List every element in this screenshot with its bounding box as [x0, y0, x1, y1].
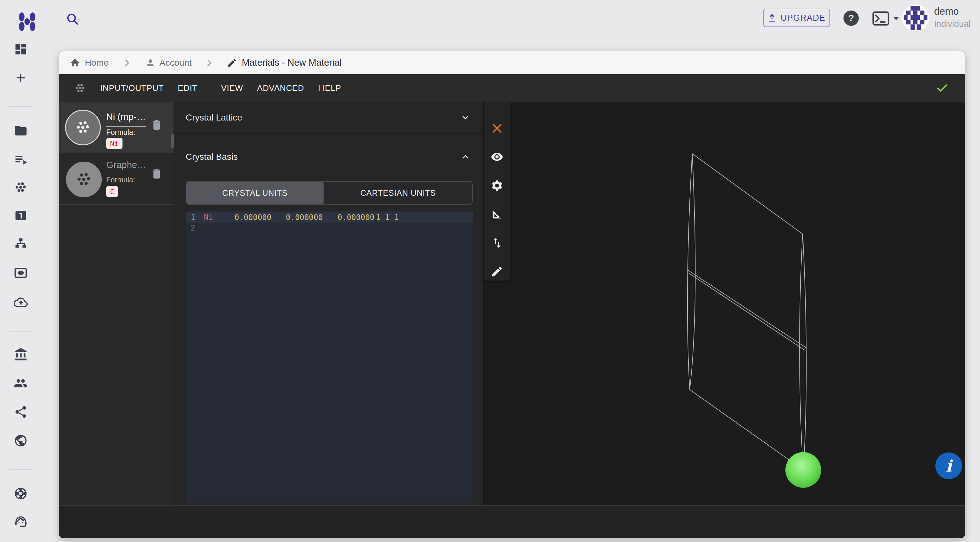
- jobs-list-icon[interactable]: [14, 152, 28, 166]
- breadcrumb: Home Account Materials - New Material: [59, 51, 965, 74]
- tab-cartesian-units-label: CARTESIAN UNITS: [361, 189, 436, 198]
- line-number: 1: [188, 213, 195, 222]
- token-z: 0.000000: [337, 213, 374, 222]
- menu-edit[interactable]: EDIT: [178, 83, 197, 93]
- material-item-selected[interactable]: Ni (mp-… Formula: Ni: [59, 102, 173, 153]
- card-footer: [59, 506, 965, 538]
- material-cluster-icon: [74, 82, 86, 94]
- settings-icon[interactable]: [491, 179, 503, 192]
- panel-scrollbar[interactable]: [171, 134, 174, 148]
- user-plan: Individual: [934, 19, 970, 29]
- upload-icon: [768, 13, 776, 23]
- materials-icon[interactable]: [14, 181, 28, 195]
- main-card: Home Account Materials - New Material IN…: [59, 51, 965, 538]
- material-thumbnail: [65, 110, 101, 146]
- chevron-down-icon: [461, 113, 470, 122]
- dashboard-icon[interactable]: [14, 42, 28, 56]
- content-row: Ni (mp-… Formula: Ni Graphe… Formula: C: [59, 102, 965, 506]
- basis-code-editor[interactable]: 1 Ni 0.000000 0.000000 0.000000 1 1 1 2: [186, 211, 473, 503]
- lattice-wireframe: [484, 102, 965, 506]
- save-check-icon[interactable]: [935, 82, 948, 95]
- web-icon[interactable]: [14, 434, 28, 448]
- editor-line: 2: [186, 222, 473, 233]
- sidebar-divider: [9, 469, 33, 470]
- sidebar-divider: [9, 106, 33, 107]
- files-icon[interactable]: [14, 124, 28, 138]
- help-glyph: ?: [848, 13, 854, 24]
- material-name[interactable]: Graphe…: [106, 160, 146, 170]
- material-item[interactable]: Graphe… Formula: C: [59, 153, 173, 205]
- editor-menu-bar: INPUT/OUTPUT EDIT VIEW ADVANCED HELP: [59, 74, 965, 102]
- unit-one-icon[interactable]: [14, 209, 28, 222]
- measure-icon[interactable]: [491, 208, 503, 220]
- delete-material-icon[interactable]: [150, 119, 163, 132]
- menu-advanced[interactable]: ADVANCED: [257, 83, 304, 93]
- edit-pencil-icon[interactable]: [491, 265, 503, 278]
- formula-chip: C: [106, 186, 118, 197]
- material-thumbnail: [66, 162, 102, 197]
- chevron-right-icon: [206, 59, 213, 67]
- units-tab-group: CRYSTAL UNITS CARTESIAN UNITS: [186, 181, 473, 205]
- crystal-lattice-title: Crystal Lattice: [186, 113, 242, 123]
- materials-panel: Ni (mp-… Formula: Ni Graphe… Formula: C: [59, 102, 174, 506]
- search-icon[interactable]: [66, 12, 80, 26]
- top-bar: UPGRADE ? demo Individual: [0, 0, 980, 36]
- material-name-input[interactable]: Ni (mp-…: [106, 112, 146, 127]
- viewer-toolbar: [484, 102, 511, 281]
- workflows-icon[interactable]: [14, 236, 28, 250]
- visibility-icon[interactable]: [491, 151, 503, 163]
- sidebar-divider: [9, 331, 33, 331]
- formula-label: Formula:: [106, 176, 135, 184]
- token-x: 0.000000: [234, 213, 272, 222]
- cloud-upload-icon[interactable]: [14, 295, 28, 309]
- tab-cartesian-units[interactable]: CARTESIAN UNITS: [323, 182, 472, 204]
- chevron-right-icon: [124, 59, 130, 67]
- formula-chip: Ni: [106, 138, 123, 149]
- crystal-basis-accordion[interactable]: Crystal Basis: [174, 135, 483, 179]
- edit-pencil-icon: [227, 58, 237, 68]
- token-y: 0.000000: [286, 213, 323, 222]
- console-menu-button[interactable]: [872, 11, 900, 26]
- token-constraints: 1 1 1: [376, 213, 399, 222]
- organization-icon[interactable]: [14, 347, 28, 361]
- line-number: 2: [188, 223, 195, 233]
- home-icon[interactable]: [70, 57, 80, 68]
- delete-material-icon[interactable]: [150, 167, 163, 180]
- account-icon: [145, 58, 155, 68]
- upgrade-button[interactable]: UPGRADE: [763, 9, 830, 27]
- crystal-basis-title: Crystal Basis: [186, 152, 238, 162]
- menu-help[interactable]: HELP: [319, 83, 341, 93]
- info-button[interactable]: i: [935, 452, 962, 479]
- menu-view[interactable]: VIEW: [221, 83, 243, 93]
- user-name[interactable]: demo: [934, 6, 959, 17]
- formula-label: Formula:: [106, 128, 135, 137]
- viewer-panel[interactable]: i: [483, 102, 965, 506]
- token-element: Ni: [204, 213, 213, 222]
- share-icon[interactable]: [14, 405, 28, 419]
- breadcrumb-home[interactable]: Home: [85, 58, 109, 68]
- create-new-icon[interactable]: [14, 71, 28, 85]
- close-icon[interactable]: [491, 122, 503, 135]
- editor-line: 1 Ni 0.000000 0.000000 0.000000 1 1 1: [186, 212, 473, 222]
- swap-axes-icon[interactable]: [491, 236, 503, 249]
- chevron-up-icon: [461, 152, 470, 162]
- tab-crystal-units-label: CRYSTAL UNITS: [222, 189, 288, 198]
- media-icon[interactable]: [14, 266, 28, 280]
- tab-crystal-units[interactable]: CRYSTAL UNITS: [186, 182, 323, 204]
- crystal-lattice-accordion[interactable]: Crystal Lattice: [174, 102, 483, 134]
- menu-input-output[interactable]: INPUT/OUTPUT: [100, 83, 164, 93]
- user-avatar[interactable]: [902, 5, 929, 31]
- help-button[interactable]: ?: [843, 11, 859, 26]
- contact-agent-icon[interactable]: [14, 515, 28, 529]
- breadcrumb-current: Materials - New Material: [242, 57, 342, 68]
- app-logo-icon[interactable]: [17, 12, 38, 31]
- atom-sphere-ni[interactable]: [785, 452, 821, 488]
- info-glyph: i: [946, 456, 952, 475]
- breadcrumb-account[interactable]: Account: [159, 58, 192, 68]
- source-panel: Crystal Lattice Crystal Basis CRYSTAL UN…: [174, 102, 483, 506]
- people-icon[interactable]: [14, 376, 28, 390]
- upgrade-label: UPGRADE: [781, 13, 826, 23]
- support-icon[interactable]: [14, 487, 28, 501]
